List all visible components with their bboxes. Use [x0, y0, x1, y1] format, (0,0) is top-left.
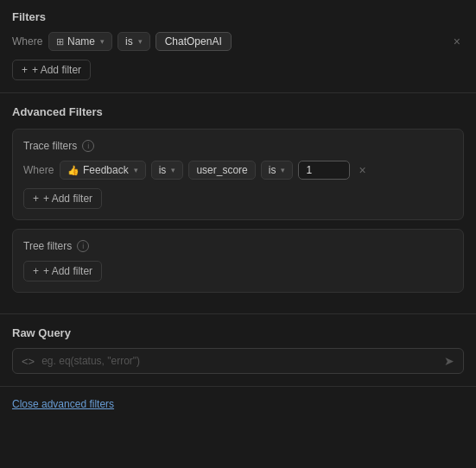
send-icon[interactable]: ➤	[444, 354, 454, 368]
tree-filters-label: Tree filters	[23, 240, 72, 252]
trace-value-input[interactable]	[298, 161, 350, 180]
is-chevron-trace1: ▾	[171, 166, 175, 174]
feedback-chip-label: Feedback	[83, 164, 129, 176]
footer: Close advanced filters	[0, 387, 476, 421]
add-tree-icon: +	[33, 265, 39, 277]
raw-query-input-wrap: <> ➤	[12, 348, 464, 374]
add-filter-label-main: + Add filter	[32, 64, 81, 76]
trace-filters-subsection: Trace filters i Where 👍 Feedback ▾ is ▾ …	[12, 129, 464, 220]
tree-filters-header: Tree filters i	[23, 240, 453, 252]
is-operator-chip-trace2[interactable]: is ▾	[261, 161, 294, 180]
advanced-filters-title: Advanced Filters	[12, 105, 464, 118]
name-chip[interactable]: ⊞ Name ▾	[48, 32, 112, 51]
value-chip-filters[interactable]: ChatOpenAI	[155, 32, 232, 51]
where-label-trace: Where	[23, 164, 54, 176]
is-operator-label-filters: is	[125, 35, 133, 47]
raw-query-input[interactable]	[41, 355, 437, 367]
add-trace-filter-button[interactable]: + + Add filter	[23, 188, 102, 209]
add-tree-filter-button[interactable]: + + Add filter	[23, 261, 102, 281]
is-operator-label-trace1: is	[159, 164, 167, 176]
trace-filters-info-icon[interactable]: i	[82, 140, 94, 152]
where-label-filters: Where	[12, 35, 43, 47]
field-label-chip: user_score	[188, 161, 255, 180]
advanced-filters-section: Advanced Filters Trace filters i Where 👍…	[0, 93, 476, 314]
trace-filters-header: Trace filters i	[23, 140, 453, 152]
add-trace-icon: +	[33, 193, 39, 205]
add-trace-label: + Add filter	[43, 193, 92, 205]
feedback-chevron: ▾	[134, 166, 138, 174]
filters-title: Filters	[12, 10, 464, 23]
value-label-filters: ChatOpenAI	[165, 35, 222, 47]
is-chevron-trace2: ▾	[281, 166, 285, 174]
is-operator-label-trace2: is	[269, 164, 276, 176]
raw-query-section: Raw Query <> ➤	[0, 314, 476, 387]
is-chevron-filters: ▾	[138, 37, 143, 46]
filters-row: Where ⊞ Name ▾ is ▾ ChatOpenAI ×	[12, 32, 464, 51]
add-tree-label: + Add filter	[43, 265, 92, 277]
tree-filters-subsection: Tree filters i + + Add filter	[12, 229, 464, 293]
remove-filter-button[interactable]: ×	[450, 34, 464, 49]
add-filter-button-main[interactable]: + + Add filter	[12, 60, 91, 80]
close-advanced-filters-button[interactable]: Close advanced filters	[12, 398, 114, 410]
feedback-icon: 👍	[67, 165, 79, 176]
code-icon: <>	[22, 355, 35, 368]
name-icon: ⊞	[56, 36, 64, 47]
add-filter-icon: +	[22, 64, 28, 76]
name-chip-label: Name	[67, 35, 95, 47]
remove-trace-filter-button[interactable]: ×	[355, 162, 369, 178]
field-label: user_score	[196, 164, 247, 176]
filters-section: Filters Where ⊞ Name ▾ is ▾ ChatOpenAI ×…	[0, 0, 476, 93]
name-chip-chevron: ▾	[100, 37, 105, 46]
is-operator-chip-trace1[interactable]: is ▾	[151, 161, 184, 180]
raw-query-title: Raw Query	[12, 326, 464, 339]
feedback-chip[interactable]: 👍 Feedback ▾	[60, 161, 146, 180]
trace-filters-label: Trace filters	[23, 140, 77, 152]
trace-filter-row: Where 👍 Feedback ▾ is ▾ user_score is ▾ …	[23, 161, 453, 180]
tree-filters-info-icon[interactable]: i	[77, 240, 89, 252]
is-operator-chip-filters[interactable]: is ▾	[117, 32, 150, 51]
